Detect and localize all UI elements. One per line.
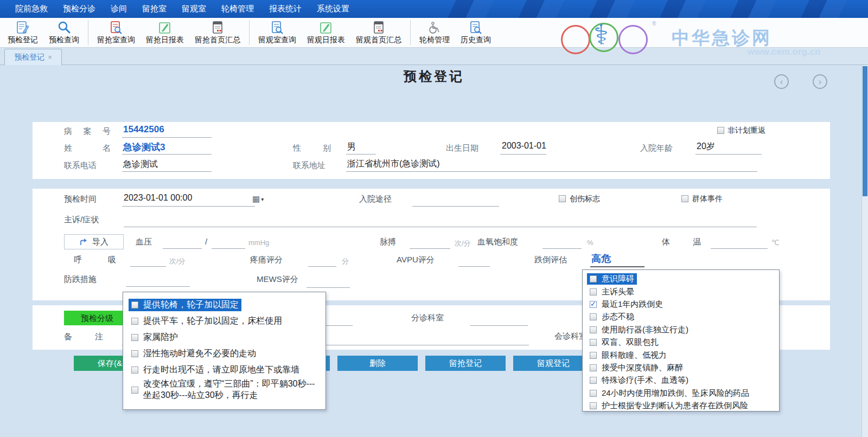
fall-risk-option[interactable]: 使用助行器(非独立行走) xyxy=(585,324,777,336)
bp-sys-underline[interactable] xyxy=(163,248,202,249)
checkbox-icon[interactable] xyxy=(590,339,597,346)
birth-value[interactable]: 2003-01-01 xyxy=(502,141,546,151)
scrollbar-thumb[interactable] xyxy=(863,66,867,196)
menu-item[interactable]: 轮椅管理 xyxy=(214,4,261,14)
fall-measures-underline[interactable] xyxy=(126,286,190,287)
name-underline[interactable] xyxy=(122,154,212,155)
checkbox-icon[interactable] xyxy=(131,367,138,374)
toolbar-wheelchair-mgmt[interactable]: 轮椅管理 xyxy=(414,20,455,46)
mews-score-underline[interactable] xyxy=(307,287,350,288)
trauma-flag-checkbox[interactable] xyxy=(559,195,566,202)
registered-mark: ® xyxy=(652,21,656,27)
temp-underline[interactable] xyxy=(711,248,768,249)
toolbar-preexam-query[interactable]: 预检查询 xyxy=(43,20,85,46)
gender-underline[interactable] xyxy=(346,154,376,155)
age-underline[interactable] xyxy=(695,154,762,155)
triage-time-value[interactable]: 2023-01-01 00:00 xyxy=(124,193,192,203)
toolbar-label: 留观室查询 xyxy=(258,35,296,45)
address-underline[interactable] xyxy=(346,171,757,172)
address-value[interactable]: 浙江省杭州市(急诊测试) xyxy=(347,158,440,170)
menu-item[interactable]: 留抢室 xyxy=(135,4,174,14)
fall-risk-option[interactable]: 24小时内使用增加跌倒、坠床风险的药品 xyxy=(585,387,777,400)
toolbar-observe-front-summary[interactable]: 留观首页汇总 xyxy=(350,20,407,46)
menu-item[interactable]: 系统设置 xyxy=(309,4,357,14)
checkbox-icon[interactable] xyxy=(131,301,138,309)
phone-underline[interactable] xyxy=(122,171,212,172)
checkbox-icon[interactable] xyxy=(131,318,138,325)
resp-underline[interactable] xyxy=(130,266,166,267)
name-value[interactable]: 急诊测试3 xyxy=(123,141,165,153)
checkbox-icon[interactable] xyxy=(590,288,597,295)
fall-measure-option[interactable]: 行走时出现不适，请立即原地坐下或靠墙 xyxy=(126,362,322,378)
toolbar-observe-daily-report[interactable]: 留观日报表 xyxy=(302,20,350,46)
mass-event-checkbox[interactable] xyxy=(681,195,688,202)
menu-item[interactable]: 院前急救 xyxy=(8,4,55,14)
toolbar-rescue-room-query[interactable]: 留抢室查询 xyxy=(92,20,141,46)
fall-risk-option[interactable]: 护士根据专业判断认为患者存在跌倒风险 xyxy=(585,400,777,412)
record-no-value[interactable]: 15442506 xyxy=(123,124,164,135)
gender-value[interactable]: 男 xyxy=(347,142,356,153)
toolbar-rescue-daily-report[interactable]: 留抢日报表 xyxy=(141,20,189,46)
checkbox-icon[interactable] xyxy=(131,334,138,341)
checkbox-icon[interactable] xyxy=(131,387,138,394)
fall-measure-option[interactable]: 改变体位宜缓，遵守“三部曲”：即平躺30秒---坐起30秒---站立30秒，再行… xyxy=(126,378,322,402)
fall-risk-option[interactable]: 意识障碍 xyxy=(585,273,777,285)
fall-risk-option[interactable]: 步态不稳 xyxy=(585,311,777,323)
checkbox-icon[interactable] xyxy=(131,350,138,357)
toolbar-rescue-front-summary[interactable]: 留抢首页汇总 xyxy=(189,20,246,46)
fall-measure-option[interactable]: 家属陪护 xyxy=(126,329,322,345)
menu-item[interactable]: 留观室 xyxy=(174,4,214,14)
fall-risk-option[interactable]: 双盲、双眼包扎 xyxy=(585,336,777,349)
triage-dept-underline[interactable] xyxy=(470,325,528,326)
phone-value[interactable]: 急诊测试 xyxy=(123,159,158,170)
age-value[interactable]: 20岁 xyxy=(697,141,715,152)
menu-item[interactable]: 诊间 xyxy=(103,4,135,14)
checkbox-icon[interactable] xyxy=(590,313,597,320)
fall-measure-option[interactable]: 提供轮椅，轮子加以固定 xyxy=(126,297,322,313)
checkbox-icon[interactable] xyxy=(590,364,597,371)
checkbox-icon[interactable] xyxy=(590,390,597,397)
import-button[interactable]: 导入 xyxy=(64,234,124,249)
checkbox-icon[interactable] xyxy=(590,352,597,359)
toolbar-preexam-register[interactable]: 预检登记 xyxy=(2,20,43,46)
rescue-register-button[interactable]: 留抢登记 xyxy=(425,356,506,371)
unplanned-return-checkbox[interactable] xyxy=(717,127,724,134)
fall-risk-option[interactable]: 特殊诊疗(手术、血透等) xyxy=(585,374,777,387)
complaint-underline[interactable] xyxy=(124,227,757,227)
menu-item[interactable]: 预检分诊 xyxy=(55,4,103,14)
checkbox-icon[interactable] xyxy=(590,275,597,282)
spo2-underline[interactable] xyxy=(542,248,582,249)
birth-underline[interactable] xyxy=(500,154,546,155)
checkbox-icon[interactable] xyxy=(590,301,597,308)
fall-measure-option[interactable]: 提供平车，轮子加以固定，床栏使用 xyxy=(126,313,322,329)
fall-risk-option[interactable]: 最近1年内跌倒史 xyxy=(585,298,777,311)
fall-risk-option[interactable]: 眼科散瞳、低视力 xyxy=(585,349,777,361)
checkbox-icon[interactable] xyxy=(590,377,597,384)
calendar-dropdown-icon[interactable]: ▦▾ xyxy=(252,194,264,204)
next-record-button[interactable]: › xyxy=(813,74,827,89)
fall-assess-underline[interactable] xyxy=(590,266,644,267)
avpu-score-underline[interactable] xyxy=(458,266,490,267)
pulse-underline[interactable] xyxy=(410,248,450,249)
triage-grade-button[interactable]: 预检分级 xyxy=(64,311,130,325)
record-no-underline[interactable] xyxy=(122,137,212,138)
fall-measure-option[interactable]: 湿性拖动时避免不必要的走动 xyxy=(126,345,322,362)
fall-assess-value[interactable]: 高危 xyxy=(591,252,611,265)
checkbox-icon[interactable] xyxy=(590,402,597,409)
fall-risk-option[interactable]: 主诉头晕 xyxy=(585,285,777,298)
menu-item[interactable]: 报表统计 xyxy=(261,4,309,14)
tab-preexam-register[interactable]: 预检登记 × xyxy=(4,49,62,65)
checkbox-icon[interactable] xyxy=(590,326,597,333)
pain-score-underline[interactable] xyxy=(308,266,336,267)
tab-close-icon[interactable]: × xyxy=(48,53,52,61)
prev-record-button[interactable]: ‹ xyxy=(774,74,789,89)
toolbar-label: 留抢日报表 xyxy=(146,35,184,45)
triage-time-underline[interactable] xyxy=(122,206,255,207)
toolbar-observe-room-query[interactable]: 留观室查询 xyxy=(253,20,302,46)
fall-risk-option[interactable]: 接受中深度镇静、麻醉 xyxy=(585,362,777,374)
admission-route-underline[interactable] xyxy=(412,206,499,207)
bp-dia-underline[interactable] xyxy=(212,248,245,249)
toolbar-history-query[interactable]: 历史查询 xyxy=(455,20,496,46)
delete-button[interactable]: 删除 xyxy=(337,356,418,371)
observe-register-button[interactable]: 留观登记 xyxy=(513,356,593,371)
